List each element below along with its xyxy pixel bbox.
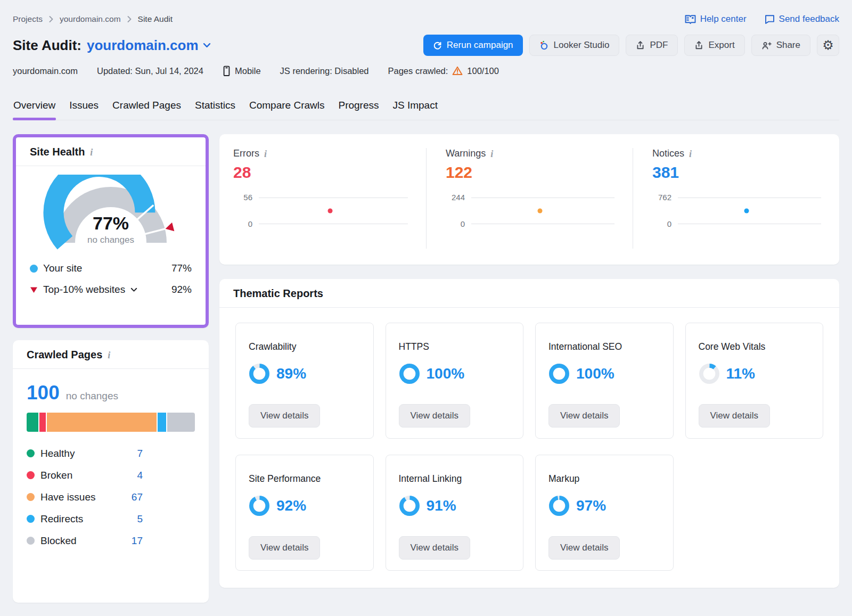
site-health-card: Site Health i 77% no changes (13, 134, 209, 328)
your-site-dot (30, 265, 38, 273)
settings-button[interactable]: ⚙ (817, 35, 839, 56)
redirects-count[interactable]: 5 (137, 513, 143, 525)
notices-value: 381 (652, 163, 821, 182)
legend-row-blocked: Blocked 17 (27, 530, 143, 552)
view-details-button[interactable]: View details (399, 536, 470, 560)
domain-dropdown[interactable]: yourdomain.com (87, 37, 210, 54)
view-details-button[interactable]: View details (249, 404, 320, 428)
tab-compare-crawls[interactable]: Compare Crawls (249, 100, 325, 120)
healthy-label: Healthy (40, 448, 75, 459)
meta-domain: yourdomain.com (13, 66, 78, 76)
info-icon[interactable]: i (490, 149, 493, 159)
blocked-count[interactable]: 17 (132, 535, 143, 547)
share-label: Share (776, 40, 800, 51)
info-icon[interactable]: i (90, 147, 93, 157)
donut-chart (249, 363, 270, 384)
healthy-count[interactable]: 7 (137, 448, 143, 459)
donut-chart (399, 363, 420, 384)
bar-segment (167, 413, 195, 432)
have-issues-count[interactable]: 67 (132, 491, 143, 503)
title-bar: Site Audit: yourdomain.com Rerun campaig… (13, 34, 839, 56)
view-details-button[interactable]: View details (249, 536, 320, 560)
notices-axis-bottom: 0 (652, 220, 671, 228)
help-center-link[interactable]: Help center (685, 14, 747, 24)
view-details-button[interactable]: View details (548, 536, 620, 560)
errors-label-row: Errors i (233, 148, 408, 159)
tab-statistics[interactable]: Statistics (194, 100, 236, 120)
breadcrumb-projects[interactable]: Projects (13, 14, 43, 24)
info-icon[interactable]: i (264, 149, 267, 159)
warnings-trend-chart: 244 0 (446, 198, 615, 232)
view-details-button[interactable]: View details (699, 404, 770, 428)
redirects-dot (27, 515, 35, 523)
legend-row-healthy: Healthy 7 (27, 442, 143, 464)
notices-axis-top: 762 (652, 194, 671, 201)
report-card-site-performance: Site Performance 92% View details (235, 455, 374, 571)
book-icon (685, 14, 696, 24)
tab-crawled-pages[interactable]: Crawled Pages (112, 100, 182, 120)
tab-issues[interactable]: Issues (69, 100, 99, 120)
legend-row-your-site: Your site 77% (30, 258, 192, 279)
rerun-campaign-button[interactable]: Rerun campaign (423, 35, 523, 56)
chevron-right-icon (127, 16, 132, 22)
report-score: 89% (276, 365, 306, 382)
bar-segment (158, 413, 166, 432)
crawled-pages-title: Crawled Pages (27, 349, 102, 361)
notices-label-row: Notices i (652, 148, 821, 159)
notices-data-point (744, 209, 749, 213)
tab-overview[interactable]: Overview (13, 100, 56, 120)
pages-crawled-value: 100/100 (467, 66, 499, 76)
bar-segment (39, 413, 46, 432)
view-details-button[interactable]: View details (399, 404, 470, 428)
errors-label: Errors (233, 148, 259, 159)
report-score: 91% (427, 497, 456, 514)
report-title: Internal Linking (399, 473, 511, 484)
legend-row-redirects: Redirects 5 (27, 508, 143, 530)
person-plus-icon (761, 41, 772, 50)
send-feedback-link[interactable]: Send feedback (765, 14, 839, 24)
crawled-pages-total-row: 100 no changes (27, 382, 195, 404)
phone-icon (223, 65, 231, 77)
report-card-internal-linking: Internal Linking 91% View details (386, 455, 524, 571)
crawled-pages-stacked-bar (27, 413, 195, 432)
issues-summary-card: Errors i 28 56 0 (219, 134, 839, 265)
thematic-reports-card: Thematic Reports Crawlability 89% View d… (219, 279, 839, 588)
breadcrumb-domain[interactable]: yourdomain.com (60, 14, 121, 24)
broken-count[interactable]: 4 (137, 470, 143, 481)
upload-icon (636, 40, 645, 50)
crawled-pages-legend: Healthy 7 Broken 4 Have issues 67 (27, 442, 195, 552)
tab-progress[interactable]: Progress (338, 100, 379, 120)
site-health-title: Site Health (30, 146, 85, 158)
info-icon[interactable]: i (689, 149, 692, 159)
send-feedback-label: Send feedback (779, 14, 839, 24)
report-title: Core Web Vitals (699, 341, 810, 352)
errors-axis-bottom: 0 (233, 220, 252, 228)
share-button[interactable]: Share (751, 35, 810, 56)
blocked-label: Blocked (40, 535, 77, 547)
export-button[interactable]: Export (684, 35, 744, 56)
healthy-dot (27, 449, 35, 457)
legend-row-top10[interactable]: Top-10% websites 92% (30, 279, 192, 300)
tab-js-impact[interactable]: JS Impact (392, 100, 438, 120)
info-icon[interactable]: i (108, 350, 110, 360)
refresh-icon (433, 41, 442, 50)
legend-row-have-issues: Have issues 67 (27, 486, 143, 508)
looker-studio-button[interactable]: Looker Studio (529, 35, 620, 56)
broken-label: Broken (40, 470, 72, 481)
meta-device-label: Mobile (235, 66, 261, 76)
errors-trend-chart: 56 0 (233, 198, 408, 232)
domain-dropdown-value: yourdomain.com (87, 37, 198, 54)
donut-chart (699, 363, 720, 384)
report-card-https: HTTPS 100% View details (386, 323, 524, 439)
notices-column: Notices i 381 762 0 (633, 148, 839, 249)
view-details-button[interactable]: View details (548, 404, 620, 428)
report-score: 97% (576, 497, 606, 514)
pdf-button[interactable]: PDF (626, 35, 678, 56)
chat-icon (765, 14, 775, 24)
crawled-pages-change: no changes (66, 390, 118, 402)
bar-segment (27, 413, 38, 432)
warnings-value: 122 (446, 163, 615, 182)
triangle-down-icon (30, 286, 38, 293)
donut-chart (399, 495, 420, 516)
errors-data-point (328, 209, 333, 213)
